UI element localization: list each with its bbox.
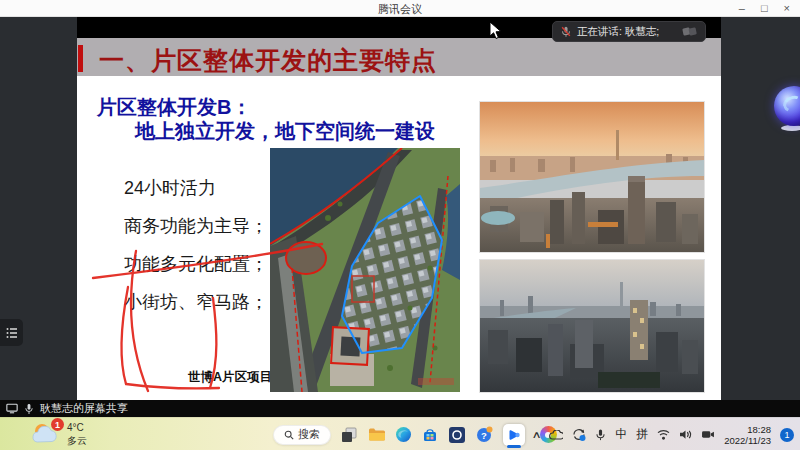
ime-mode-button[interactable]: 拼 — [636, 426, 648, 443]
tray-mic-icon[interactable] — [595, 428, 606, 442]
start-button[interactable] — [248, 427, 264, 443]
folder-icon — [368, 427, 385, 442]
presentation-slide: 一、片区整体开发的主要特点 片区整体开发B： 地上独立开发，地下空间统一建设 2… — [77, 38, 721, 400]
tencent-meeting-icon — [507, 428, 521, 442]
taskbar: 1 4°C 多云 搜索 — [0, 417, 800, 450]
help-app-button[interactable]: ? — [475, 426, 493, 444]
bullet-item: 功能多元化配置； — [124, 252, 268, 290]
title-accent-bar — [78, 45, 83, 72]
file-explorer-button[interactable] — [367, 426, 385, 444]
task-view-icon — [341, 427, 357, 443]
screen-share-statusbar: 耿慧志的屏幕共享 — [0, 400, 800, 417]
weather-badge: 1 — [51, 418, 64, 431]
store-icon — [422, 427, 438, 443]
layout-switch-icon[interactable] — [682, 26, 698, 37]
search-label: 搜索 — [298, 427, 320, 442]
project-label: 世博A片区项目 — [188, 369, 272, 386]
edge-icon — [395, 426, 412, 443]
restore-button[interactable]: □ — [761, 1, 768, 16]
close-button[interactable]: × — [784, 1, 790, 16]
camera-icon[interactable] — [701, 429, 715, 440]
clock-date: 2022/11/23 — [724, 435, 771, 446]
clock-time: 18:28 — [747, 424, 771, 435]
window-title: 腾讯会议 — [0, 2, 800, 17]
speaking-label: 正在讲话: 耿慧志; — [577, 25, 659, 39]
clock[interactable]: 18:28 2022/11/23 — [724, 424, 771, 446]
tray-overflow-chevron[interactable]: ∧ — [531, 429, 541, 440]
ring-app-icon — [449, 427, 465, 443]
monitor-icon — [6, 403, 18, 414]
desktop: 腾讯会议 – □ × 一、片区整体开发的主要特点 片区整体开发B： 地上独立开发… — [0, 0, 800, 450]
sync-status-icon[interactable] — [572, 428, 586, 441]
search-icon — [284, 430, 294, 440]
notification-badge[interactable]: 1 — [780, 428, 794, 442]
slide-section-title: 一、片区整体开发的主要特点 — [99, 44, 437, 77]
active-app-indicator — [507, 445, 521, 448]
weather-widget[interactable]: 1 4°C 多云 — [30, 420, 87, 447]
weather-condition: 多云 — [67, 434, 87, 447]
site-plan-map — [270, 148, 460, 392]
window-titlebar: 腾讯会议 – □ × — [0, 0, 800, 17]
city-photo-dusk — [479, 259, 705, 393]
ms-store-button[interactable] — [421, 426, 439, 444]
search-input[interactable]: 搜索 — [273, 425, 331, 445]
volume-icon[interactable] — [679, 429, 692, 440]
mouse-cursor — [489, 21, 502, 40]
edge-browser-button[interactable] — [394, 426, 412, 444]
assistant-orb-base — [781, 125, 800, 131]
bullet-item: 24小时活力 — [124, 176, 268, 214]
slide-heading-line1: 片区整体开发B： — [97, 94, 251, 121]
weather-temperature: 4°C — [67, 421, 87, 434]
task-view-button[interactable] — [340, 426, 358, 444]
slide-bullet-list: 24小时活力 商务功能为主导； 功能多元化配置； 小街坊、窄马路； — [124, 176, 268, 328]
slide-title-banner: 一、片区整体开发的主要特点 — [77, 38, 721, 76]
tencent-meeting-button[interactable] — [502, 422, 526, 448]
slide-heading-line2: 地上独立开发，地下空间统一建设 — [135, 118, 435, 145]
shared-screen-region: 一、片区整体开发的主要特点 片区整体开发B： 地上独立开发，地下空间统一建设 2… — [77, 17, 721, 400]
assistant-orb-button[interactable] — [774, 86, 800, 126]
ime-language-button[interactable]: 中 — [615, 426, 627, 443]
bullet-item: 商务功能为主导； — [124, 214, 268, 252]
city-photo-sunset — [479, 101, 705, 253]
minimize-button[interactable]: – — [739, 1, 745, 16]
bullet-item: 小街坊、窄马路； — [124, 290, 268, 328]
wifi-icon[interactable] — [657, 429, 670, 440]
mic-muted-icon — [560, 26, 572, 38]
annotation-toolbar-button[interactable] — [0, 319, 23, 346]
onedrive-cloud-icon[interactable] — [549, 430, 563, 440]
meeting-content-area: 一、片区整体开发的主要特点 片区整体开发B： 地上独立开发，地下空间统一建设 2… — [0, 17, 800, 400]
svg-text:?: ? — [481, 430, 487, 441]
share-owner-label: 耿慧志的屏幕共享 — [40, 401, 128, 416]
pinned-app-button[interactable] — [448, 426, 466, 444]
help-icon: ? — [476, 426, 493, 443]
mic-icon — [24, 403, 34, 415]
list-icon — [6, 327, 18, 339]
speaking-toast: 正在讲话: 耿慧志; — [552, 21, 706, 42]
